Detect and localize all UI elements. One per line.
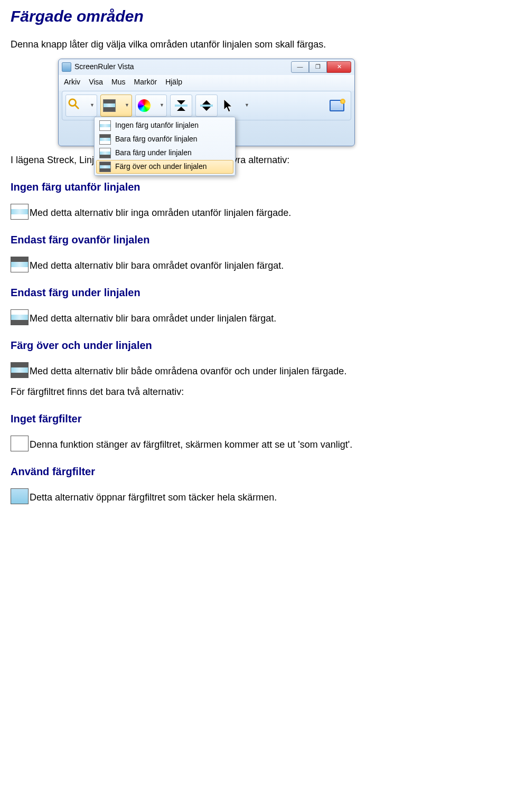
chevron-down-icon: ▼: [245, 102, 249, 109]
stripe-icon: [11, 309, 29, 325]
monitor-icon: [330, 100, 344, 111]
stripe-icon: [99, 134, 111, 145]
plain-blue-icon: [11, 488, 29, 504]
titlebar: ScreenRuler Vista — ❐ ✕: [59, 59, 354, 75]
menu-item[interactable]: Visa: [89, 77, 103, 88]
section-text: Med detta alternativ blir inga områden u…: [30, 206, 291, 220]
app-icon: [62, 62, 71, 72]
section-row: Med detta alternativ blir både områdena …: [11, 362, 496, 378]
window-title: ScreenRuler Vista: [74, 62, 291, 72]
toolbar: ▼ ▼ ▼ ▼: [62, 91, 351, 120]
close-button[interactable]: ✕: [327, 61, 351, 73]
section-row: Detta alternativ öppnar färgfiltret som …: [11, 488, 496, 504]
arrows-out-button[interactable]: [195, 95, 218, 117]
arrows-out-icon: [200, 100, 213, 111]
monitor-button[interactable]: [326, 95, 348, 116]
stripe-icon: [99, 162, 111, 172]
section-heading: Endast färg under linjalen: [11, 285, 496, 300]
intro-text: Denna knapp låter dig välja vilka område…: [11, 38, 496, 51]
color-wheel-button[interactable]: ▼: [135, 95, 167, 117]
app-window: ScreenRuler Vista — ❐ ✕ Arkiv Visa Mus M…: [58, 59, 355, 146]
cursor-icon: [223, 98, 233, 113]
plain-white-icon: [11, 436, 29, 451]
section-heading: Inget färgfilter: [11, 411, 496, 426]
dropdown-menu: Ingen färg utanför linjalen Bara färg ov…: [94, 117, 236, 176]
dropdown-item-label: Bara färg ovanför linjalen: [115, 134, 198, 145]
dropdown-item[interactable]: Bara färg under linjalen: [96, 146, 233, 160]
maximize-button[interactable]: ❐: [309, 61, 327, 73]
stripe-icon: [11, 257, 29, 272]
stripe-icon: [99, 120, 111, 131]
section-heading: Använd färgfilter: [11, 464, 496, 479]
color-areas-button[interactable]: ▼: [100, 95, 132, 117]
section-row: Med detta alternativ blir inga områden u…: [11, 204, 496, 220]
menu-item[interactable]: Markör: [134, 77, 157, 88]
dropdown-item[interactable]: Bara färg ovanför linjalen: [96, 133, 233, 146]
chevron-down-icon: ▼: [125, 102, 129, 109]
magnifier-button[interactable]: ▼: [65, 95, 97, 117]
magnifier-icon: [68, 98, 80, 113]
cursor-button[interactable]: ▼: [221, 95, 251, 116]
section-row: Med detta alternativ blir bara området u…: [11, 309, 496, 325]
dropdown-item-label: Färg över och under linjalen: [115, 162, 207, 172]
menubar: Arkiv Visa Mus Markör Hjälp: [59, 75, 354, 91]
dropdown-item[interactable]: Ingen färg utanför linjalen: [96, 119, 233, 133]
stripe-icon: [99, 148, 111, 158]
stripe-icon: [11, 362, 29, 378]
section-text: Med detta alternativ blir bara området u…: [30, 312, 276, 325]
section-heading: Ingen färg utanför linjalen: [11, 180, 496, 194]
arrows-in-button[interactable]: [170, 95, 192, 117]
arrows-in-icon: [175, 100, 187, 111]
svg-line-1: [75, 105, 78, 108]
after-screenshot-text: I lägena Streck, Linjal och Förstoringsl…: [11, 154, 496, 167]
stripe-icon: [11, 204, 29, 220]
chevron-down-icon: ▼: [90, 102, 95, 109]
section-text: Detta alternativ öppnar färgfiltret som …: [30, 491, 277, 504]
section-row: Denna funktion stänger av färgfiltret, s…: [11, 436, 496, 451]
menu-item[interactable]: Mus: [111, 77, 125, 88]
section-heading: Färg över och under linjalen: [11, 338, 496, 353]
chevron-down-icon: ▼: [159, 102, 164, 109]
section-text: Denna funktion stänger av färgfiltret, s…: [30, 438, 352, 451]
section-heading: Endast färg ovanför linjalen: [11, 232, 496, 247]
dropdown-item[interactable]: Färg över och under linjalen: [96, 160, 233, 174]
section-text: Med detta alternativ blir både områdena …: [30, 365, 346, 378]
section-row: Med detta alternativ blir bara området o…: [11, 257, 496, 272]
color-wheel-icon: [138, 99, 151, 112]
menu-item[interactable]: Arkiv: [64, 77, 80, 88]
stripe-icon: [103, 99, 116, 112]
dropdown-item-label: Bara färg under linjalen: [115, 148, 192, 158]
filter-intro: För färgfiltret finns det bara två alter…: [11, 385, 496, 399]
dropdown-item-label: Ingen färg utanför linjalen: [115, 120, 199, 131]
section-text: Med detta alternativ blir bara området o…: [30, 259, 284, 272]
menu-item[interactable]: Hjälp: [165, 77, 182, 88]
minimize-button[interactable]: —: [291, 61, 309, 73]
page-title: Färgade områden: [11, 5, 496, 27]
